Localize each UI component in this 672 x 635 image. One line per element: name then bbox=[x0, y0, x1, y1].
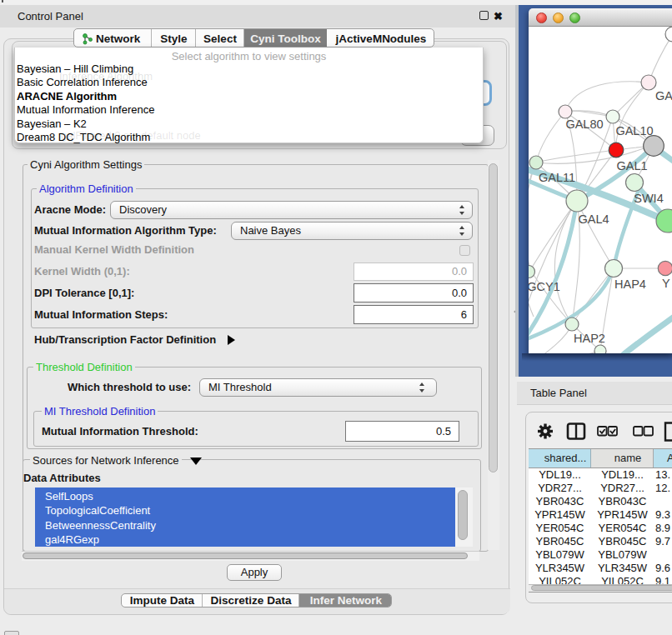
svg-text:GAL4: GAL4 bbox=[578, 212, 609, 226]
svg-text:HAP4: HAP4 bbox=[614, 278, 646, 291]
svg-text:GAL80: GAL80 bbox=[565, 118, 603, 131]
svg-text:SWI4: SWI4 bbox=[634, 192, 663, 205]
svg-text:Y: Y bbox=[662, 277, 670, 290]
svg-text:GAL1: GAL1 bbox=[616, 159, 647, 172]
svg-text:GCY1: GCY1 bbox=[529, 280, 560, 293]
svg-text:GAL: GAL bbox=[655, 89, 672, 102]
svg-text:GAL10: GAL10 bbox=[615, 124, 653, 138]
svg-text:GAL11: GAL11 bbox=[539, 171, 575, 184]
svg-text:HAP2: HAP2 bbox=[574, 332, 605, 345]
